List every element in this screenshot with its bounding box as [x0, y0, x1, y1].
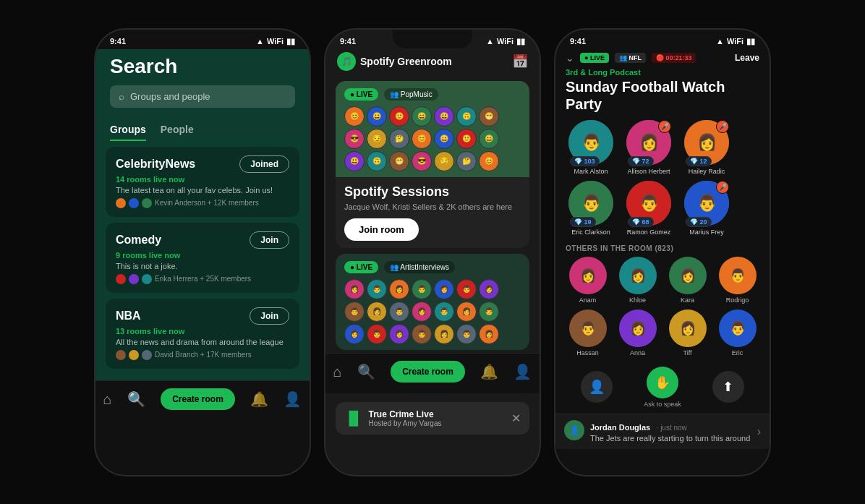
chevron-down-icon[interactable]: ⌄ — [566, 52, 574, 64]
other-name-4: Rodrigo — [726, 296, 749, 304]
tab-groups[interactable]: Groups — [110, 124, 146, 141]
speaker-6: 👨 💎 20 🎤 Marius Frey — [681, 181, 732, 236]
other-name-6: Anna — [630, 349, 645, 356]
group-meta-2: Erika Herrera + 25K members — [116, 274, 289, 284]
avatar-16: 🙃 — [367, 151, 387, 171]
other-name-2: Khloe — [629, 296, 646, 304]
notification-text: True Crime Live Hosted by Amy Vargas — [369, 409, 506, 427]
comment-content: Jordan Douglas · just now The Jets are r… — [590, 420, 751, 443]
other-avatar-4: 👨 — [719, 257, 757, 294]
raise-hand-button[interactable]: ✋ Ask to speak — [644, 367, 681, 408]
podcast-label: 3rd & Long Podcast — [555, 68, 770, 77]
phone-greenroom: 9:41 ▲ WiFi ▮▮ 🎵 Spotify Greenroom 📅 ● L… — [324, 28, 541, 477]
join-button-2[interactable]: Join — [250, 231, 289, 249]
profile-icon[interactable]: 👤 — [284, 390, 302, 408]
groups-list: CelebrityNews Joined 14 rooms live now T… — [95, 141, 310, 380]
status-icons-2: ▲ WiFi ▮▮ — [486, 37, 525, 46]
speaker-name-1: Mark Alston — [574, 168, 608, 175]
phone3-content: ⌄ ● LIVE 👥 NFL 🔴 00:21:33 Leave 3rd & Lo… — [555, 49, 770, 475]
share-button[interactable]: ⬆ — [712, 371, 744, 403]
search-box[interactable]: ⌕ Groups and people — [110, 85, 295, 108]
session-card-bottom-1: Spotify Sessions Jacque Wolf, Kristi Sel… — [336, 177, 529, 248]
notif-title: True Crime Live — [369, 409, 506, 419]
live-indicator: ● LIVE — [580, 53, 609, 63]
group-live-1: 14 rooms live now — [116, 175, 289, 184]
session-subtitle-1: Jacque Wolf, Kristi Sellers & 2K others … — [344, 202, 521, 211]
search-placeholder: Groups and people — [130, 91, 210, 102]
phone-notch-2 — [393, 30, 472, 48]
status-icons-1: ▲ WiFi ▮▮ — [256, 37, 295, 46]
speaker-name-3: Hailey Radic — [689, 168, 725, 175]
create-room-button-1[interactable]: Create room — [161, 388, 235, 410]
s2-avatar-12: 👨 — [434, 302, 454, 322]
others-grid: 👩 Anam 👩 Khloe 👩 Kara 👨 Rodrigo 👨 — [555, 257, 770, 361]
chevron-right-icon: › — [757, 425, 761, 438]
other-name-3: Kara — [681, 296, 694, 304]
search-nav-icon-2[interactable]: 🔍 — [357, 363, 375, 380]
join-room-button[interactable]: Join room — [344, 218, 419, 241]
others-label: OTHERS IN THE ROOM (823) — [555, 242, 770, 257]
search-nav-icon[interactable]: 🔍 — [127, 390, 145, 408]
phone1-content: Search ⌕ Groups and people Groups People… — [95, 49, 310, 421]
avatar-1: 😊 — [344, 106, 365, 127]
home-icon[interactable]: ⌂ — [103, 391, 112, 408]
s2-avatar-18: 👨 — [412, 324, 432, 344]
avatar-17: 😁 — [389, 151, 409, 171]
add-person-icon: 👤 — [581, 371, 613, 403]
avatar-6: 🙃 — [456, 106, 477, 127]
avatars-grid-1: 😊 😀 🙂 😄 😃 🙃 😁 😎 😏 🤔 😊 😀 🙂 😄 — [344, 106, 521, 171]
s2-avatar-21: 👩 — [479, 324, 499, 344]
avatar-12: 😀 — [434, 129, 454, 149]
timer-tag: 🔴 00:21:33 — [652, 53, 696, 63]
notification-icon[interactable]: 🔔 — [250, 390, 268, 408]
meta-avatar-3c — [142, 350, 152, 360]
other-8: 👨 Eric — [715, 309, 759, 356]
join-button-3[interactable]: Join — [250, 307, 289, 325]
group-meta-text-2: Erika Herrera + 25K members — [155, 275, 251, 283]
avatar-2: 😀 — [367, 106, 387, 127]
group-live-3: 13 rooms live now — [116, 327, 289, 336]
group-meta-1: Kevin Anderson + 12K members — [116, 198, 289, 208]
create-room-button-2[interactable]: Create room — [391, 361, 465, 383]
other-avatar-7: 👩 — [669, 309, 707, 347]
s2-avatar-11: 👩 — [412, 302, 432, 322]
mini-notification: ▐▌ True Crime Live Hosted by Amy Vargas … — [336, 402, 529, 435]
speaker-name-4: Eric Clarkson — [571, 228, 610, 236]
home-icon-2[interactable]: ⌂ — [333, 364, 342, 380]
other-4: 👨 Rodrigo — [715, 257, 759, 304]
meta-avatar-2b — [129, 274, 139, 284]
action-bar: 👤 ✋ Ask to speak ⬆ — [555, 361, 770, 414]
session-tags-2: ● LIVE 👥 ArtistInterviews — [344, 261, 521, 273]
avatar-20: 🤔 — [456, 151, 477, 171]
other-avatar-6: 👩 — [619, 309, 657, 347]
group-desc-2: This is not a joke. — [116, 262, 289, 270]
speaker-avatar-3: 👩 💎 12 🎤 — [684, 120, 729, 165]
notification-icon-2[interactable]: 🔔 — [480, 363, 498, 380]
close-icon[interactable]: ✕ — [511, 411, 521, 425]
meta-avatar-2a — [116, 274, 126, 284]
phone-search: 9:41 ▲ WiFi ▮▮ Search ⌕ Groups and peopl… — [94, 28, 311, 477]
group-name-2: Comedy — [116, 234, 161, 247]
page-title: Search — [110, 55, 295, 78]
speaker-badge-1: 💎 103 — [570, 156, 600, 166]
live-tag-1: ● LIVE — [344, 88, 378, 101]
group-meta-text-3: David Branch + 17K members — [155, 351, 252, 359]
search-header: Search ⌕ Groups and people — [95, 49, 310, 116]
group-name-1: CelebrityNews — [116, 158, 195, 171]
tab-people[interactable]: People — [161, 124, 194, 141]
calendar-icon[interactable]: 📅 — [512, 54, 528, 69]
time-1: 9:41 — [110, 37, 126, 46]
add-person-button[interactable]: 👤 — [581, 371, 613, 403]
joined-button-1[interactable]: Joined — [239, 155, 289, 173]
avatar-13: 🙂 — [456, 129, 477, 149]
leave-button[interactable]: Leave — [735, 53, 759, 63]
speaker-badge-6: 💎 20 — [686, 217, 712, 227]
logo-circle: 🎵 — [337, 52, 356, 71]
profile-icon-2[interactable]: 👤 — [514, 363, 532, 380]
group-name-3: NBA — [116, 309, 141, 323]
group-meta-text-1: Kevin Anderson + 12K members — [155, 199, 259, 207]
session-tags-1: ● LIVE 👥 PopMusic — [344, 88, 521, 101]
other-avatar-2: 👩 — [619, 257, 657, 294]
s2-avatar-9: 👩 — [367, 302, 387, 322]
greenroom-logo: 🎵 Spotify Greenroom — [337, 52, 452, 71]
